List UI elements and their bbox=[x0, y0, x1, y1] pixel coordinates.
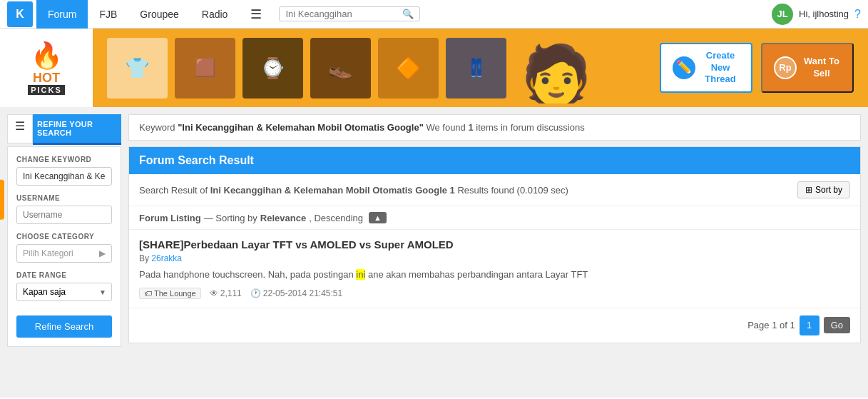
category-chevron-icon: ▶ bbox=[99, 248, 106, 258]
product-belt[interactable]: 🔶 bbox=[378, 38, 439, 99]
keyword-input[interactable] bbox=[16, 167, 112, 186]
thread-author: By 26rakka bbox=[139, 253, 850, 263]
sorting-label: — Sorting by bbox=[204, 213, 257, 223]
username-label: USERNAME bbox=[16, 194, 112, 202]
search-input[interactable] bbox=[285, 9, 399, 19]
nav-more-icon[interactable]: ☰ bbox=[239, 0, 273, 29]
nav-radio[interactable]: Radio bbox=[190, 0, 240, 29]
page-text: Page 1 of 1 bbox=[747, 320, 795, 330]
go-button[interactable]: Go bbox=[824, 317, 850, 333]
create-thread-button[interactable]: ✏️ Create New Thread bbox=[660, 43, 752, 94]
sort-by-label: Sort by bbox=[815, 185, 842, 195]
search-info-suffix: items in forum discussions bbox=[474, 122, 585, 133]
sidebar: ☰ REFINE YOUR SEARCH CHANGE KEYWORD USER… bbox=[7, 114, 121, 347]
want-to-sell-label: Want To Sell bbox=[802, 56, 841, 80]
thread-title[interactable]: [SHARE]Perbedaan Layar TFT vs AMOLED vs … bbox=[139, 238, 850, 251]
search-info-keyword: "Ini Kecanggihan & Kelemahan Mobil Otoma… bbox=[178, 122, 424, 133]
category-group: CHOOSE CATEGORY Pilih Kategori ▶ bbox=[16, 233, 112, 263]
category-label: CHOOSE CATEGORY bbox=[16, 233, 112, 241]
content-area: Keyword "Ini Kecanggihan & Kelemahan Mob… bbox=[128, 114, 861, 347]
post-date: 22-05-2014 21:45:51 bbox=[263, 288, 342, 298]
create-thread-label: Create New Thread bbox=[701, 50, 740, 86]
product-jeans[interactable]: 👖 bbox=[446, 38, 506, 99]
date-select[interactable]: Kapan saja bbox=[16, 283, 112, 301]
sidebar-toggle[interactable]: ☰ bbox=[7, 114, 33, 143]
username-input[interactable] bbox=[16, 206, 112, 224]
results-subheader: Search Result of Ini Kecanggihan & Kelem… bbox=[129, 174, 860, 206]
tag-badge[interactable]: 🏷 The Lounge bbox=[139, 288, 201, 299]
product-watch[interactable]: ⌚ bbox=[242, 38, 303, 99]
tag-label: The Lounge bbox=[154, 289, 196, 298]
highlight-word: ini bbox=[356, 269, 365, 280]
category-select[interactable]: Pilih Kategori ▶ bbox=[16, 244, 112, 263]
views-meta: 👁 2,111 bbox=[210, 288, 242, 298]
excerpt-after: ane akan membahas perbandingan antara La… bbox=[365, 269, 588, 280]
nav-groupee-label: Groupee bbox=[140, 9, 178, 20]
subheader-count: 1 bbox=[450, 185, 455, 196]
views-count: 2,111 bbox=[220, 288, 242, 298]
grid-icon: ⊞ bbox=[805, 185, 812, 195]
author-link[interactable]: 26rakka bbox=[151, 253, 182, 263]
banner-actions: ✏️ Create New Thread Rp Want To Sell bbox=[660, 43, 854, 94]
search-info-prefix: Keyword bbox=[139, 122, 178, 133]
sort-by-button[interactable]: ⊞ Sort by bbox=[797, 181, 850, 198]
refine-search-button[interactable]: Refine Search bbox=[16, 315, 112, 338]
user-initials: JL bbox=[777, 9, 787, 19]
feedback-tab[interactable]: Feedback bbox=[0, 179, 4, 219]
nav-forum[interactable]: Forum bbox=[36, 0, 88, 29]
nav-right: JL Hi, ijlhosting ? bbox=[772, 4, 861, 25]
results-header: Forum Search Result bbox=[129, 147, 860, 174]
results-summary: Search Result of Ini Kecanggihan & Kelem… bbox=[139, 185, 568, 196]
banner-products: 👕 🟫 ⌚ 👞 🔶 👖 🧑 bbox=[93, 29, 660, 107]
want-to-sell-button[interactable]: Rp Want To Sell bbox=[761, 43, 854, 94]
search-info-bar: Keyword "Ini Kecanggihan & Kelemahan Mob… bbox=[128, 114, 861, 141]
page-1-button[interactable]: 1 bbox=[800, 315, 820, 335]
tag-icon: 🏷 bbox=[144, 289, 152, 298]
help-icon[interactable]: ? bbox=[854, 8, 861, 21]
sort-order: , Descending bbox=[309, 213, 363, 223]
date-range-label: DATE RANGE bbox=[16, 271, 112, 279]
date-range-group: DATE RANGE Kapan saja bbox=[16, 271, 112, 301]
top-nav: K Forum FJB Groupee Radio ☰ 🔍 JL Hi, ijl… bbox=[0, 0, 868, 29]
nav-radio-label: Radio bbox=[202, 9, 228, 20]
excerpt-before: Pada handphone touchscreen. Nah, pada po… bbox=[139, 269, 356, 280]
pencil-icon: ✏️ bbox=[673, 56, 695, 79]
logo[interactable]: K bbox=[7, 1, 33, 27]
nav-fjb-label: FJB bbox=[99, 9, 117, 20]
avatar: JL bbox=[772, 4, 793, 25]
user-greeting: Hi, ijlhosting bbox=[799, 9, 849, 19]
sidebar-form: CHANGE KEYWORD USERNAME CHOOSE CATEGORY … bbox=[7, 146, 121, 347]
subheader-prefix: Search Result of bbox=[139, 185, 210, 196]
product-shoes[interactable]: 👞 bbox=[310, 38, 371, 99]
search-icon[interactable]: 🔍 bbox=[402, 9, 414, 19]
subheader-suffix: Results found (0.0109 sec) bbox=[455, 185, 568, 196]
sort-key: Relevance bbox=[260, 213, 306, 223]
thread-result: [SHARE]Perbedaan Layar TFT vs AMOLED vs … bbox=[129, 230, 860, 308]
username-group: USERNAME bbox=[16, 194, 112, 224]
toggle-sort-button[interactable]: ▲ bbox=[369, 212, 387, 223]
date-meta: 🕐 22-05-2014 21:45:51 bbox=[250, 288, 342, 298]
rp-icon: Rp bbox=[774, 56, 797, 79]
search-results-panel: Forum Search Result Search Result of Ini… bbox=[128, 146, 861, 343]
thread-excerpt: Pada handphone touchscreen. Nah, pada po… bbox=[139, 268, 850, 282]
eye-icon: 👁 bbox=[210, 288, 218, 298]
nav-forum-label: Forum bbox=[48, 9, 76, 20]
subheader-keyword: Ini Kecanggihan & Kelemahan Mobil Otomat… bbox=[210, 185, 447, 196]
nav-groupee[interactable]: Groupee bbox=[128, 0, 190, 29]
nav-fjb[interactable]: FJB bbox=[88, 0, 128, 29]
logo-text: K bbox=[16, 8, 24, 21]
keyword-group: CHANGE KEYWORD bbox=[16, 156, 112, 186]
thread-meta: 🏷 The Lounge 👁 2,111 🕐 22-05-2014 21:45:… bbox=[139, 288, 850, 299]
keyword-label: CHANGE KEYWORD bbox=[16, 156, 112, 163]
hot-picks-label: HOT PICKS bbox=[28, 71, 65, 96]
hot-picks-icon: 🔥 bbox=[31, 41, 63, 71]
product-wallet[interactable]: 🟫 bbox=[175, 38, 235, 99]
banner-person: 🧑 bbox=[514, 32, 599, 103]
product-shirt[interactable]: 👕 bbox=[107, 38, 168, 99]
nav-search-box: 🔍 bbox=[279, 6, 420, 21]
pagination-bar: Page 1 of 1 1 Go bbox=[129, 308, 860, 343]
banner: 🔥 HOT PICKS 👕 🟫 ⌚ 👞 🔶 👖 🧑 ✏️ Create New … bbox=[0, 29, 868, 107]
date-wrapper: Kapan saja bbox=[16, 283, 112, 301]
forum-listing-label: Forum Listing bbox=[139, 213, 201, 223]
category-value: Pilih Kategori bbox=[23, 248, 73, 258]
